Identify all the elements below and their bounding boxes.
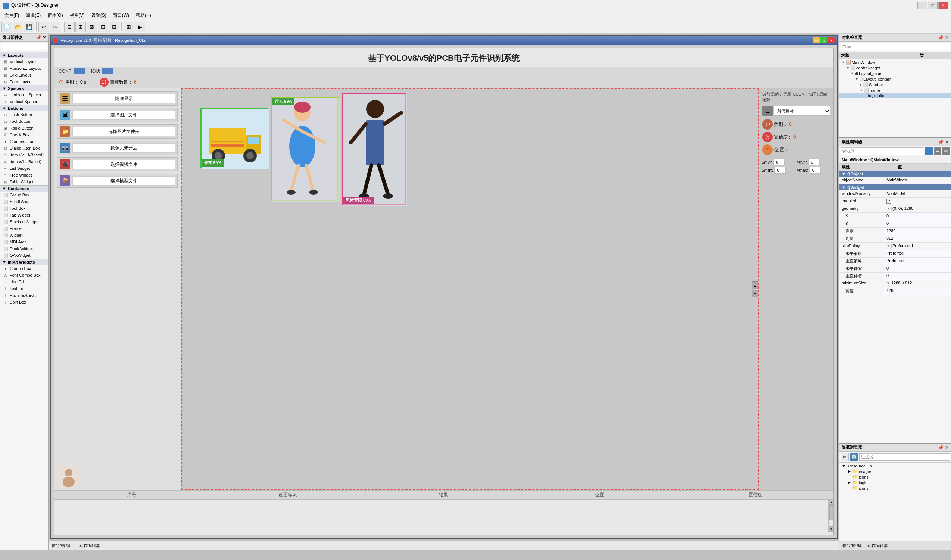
tb-break[interactable]: ⊟ — [109, 22, 119, 32]
widget-mdi-area[interactable]: ⬜ MDI Area — [0, 238, 48, 245]
tree-layout-main[interactable]: ▼ ⊞ Layout_main — [839, 71, 951, 76]
prop-enabled-value[interactable]: ✓ — [884, 198, 951, 205]
inspector-filter-input[interactable] — [840, 43, 950, 51]
scroll-down-button[interactable]: ▼ — [829, 526, 834, 532]
res-item-images[interactable]: ▶ 📁 images — [840, 469, 950, 474]
tb-preview[interactable]: ▶ — [135, 22, 145, 32]
prop-objectname-value[interactable]: MainWindo — [884, 177, 951, 184]
menu-help[interactable]: 帮助(H) — [133, 12, 154, 19]
widget-vertical-spacer[interactable]: ↕ Vertical Spacer — [0, 98, 48, 105]
category-buttons[interactable]: ▼ Buttons — [0, 105, 48, 111]
category-layouts[interactable]: ▼ Layouts — [0, 52, 48, 58]
widget-plain-text-edit[interactable]: T Plain Text Edit — [0, 292, 48, 298]
widget-push-button[interactable]: □ Push Button — [0, 111, 48, 118]
tree-logintitle[interactable]: T loginTitle — [839, 93, 951, 98]
widget-widget[interactable]: ⬜ Widget — [0, 232, 48, 238]
prop-enabled-checkbox[interactable]: ✓ — [886, 199, 891, 204]
tree-sidebar[interactable]: ▶ ⬜ Sidebar — [839, 82, 951, 88]
widget-list-widget[interactable]: ≡ List Widget — [0, 165, 48, 172]
widget-scroll-area[interactable]: ⬜ Scroll Area — [0, 198, 48, 205]
widget-horizon-layout[interactable]: ⊟ Horizon... Layout — [0, 65, 48, 72]
res-item-login-icons[interactable]: 📁 icons — [840, 485, 950, 491]
prop-filter-input[interactable] — [840, 148, 924, 155]
menu-view[interactable]: 视图(V) — [67, 12, 88, 19]
widget-dock-widget[interactable]: ⬜ Dock Widget — [0, 245, 48, 252]
widget-dialog-box[interactable]: □ Dialog ...ton Box — [0, 145, 48, 152]
select-image-button[interactable]: 🖼 选择图片文件 — [57, 108, 178, 122]
widget-radio-button[interactable]: ◉ Radio Button — [0, 125, 48, 131]
select-model-button[interactable]: 📦 选择模型文件 — [57, 174, 178, 188]
inspector-pin-icon[interactable]: 📌 — [938, 35, 943, 40]
widget-stacked-widget[interactable]: ⬜ Stacked Widget — [0, 218, 48, 225]
tb-redo[interactable]: ↪ — [50, 22, 60, 32]
select-folder-button[interactable]: 📁 选择图片文件夹 — [57, 124, 178, 138]
prop-width-value[interactable]: 1280 — [884, 228, 951, 235]
hide-show-button[interactable]: ☰ 隐藏显示 — [57, 91, 178, 106]
res-item-login[interactable]: ▶ 📁 login — [840, 480, 950, 485]
menu-edit[interactable]: 编辑(E) — [23, 12, 44, 19]
prop-filter-remove-button[interactable]: ─ — [934, 148, 941, 155]
tree-centralwidget[interactable]: ▼ ⬜ centralwidget — [839, 65, 951, 71]
prop-minsize-value[interactable]: ▼ 1280 × 812 — [884, 280, 951, 287]
prop-x-value[interactable]: 0 — [884, 213, 951, 220]
resource-browser-close-icon[interactable]: ✕ — [945, 445, 949, 450]
widget-tool-button[interactable]: □ Tool Button — [0, 118, 48, 125]
target-selector[interactable]: 所有目标 — [774, 106, 831, 116]
tree-frame[interactable]: ▼ ⬜ frame — [839, 88, 951, 93]
tree-layout-contain[interactable]: ▼ ⊞ Layout_contain — [839, 76, 951, 82]
tb-new[interactable]: 📄 — [2, 22, 12, 32]
resource-browser-pin-icon[interactable]: 📌 — [938, 445, 943, 450]
res-item-images-icons[interactable]: 📁 icons — [840, 474, 950, 480]
tb-open[interactable]: 📂 — [13, 22, 23, 32]
widget-combo-box[interactable]: ▼ Combo Box — [0, 265, 48, 272]
category-input-widgets[interactable]: ▼ Input Widgets — [0, 259, 48, 265]
prop-hstretch-value[interactable]: 0 — [884, 265, 951, 272]
res-pencil-button[interactable]: ✏ — [840, 453, 849, 461]
close-button[interactable]: ✕ — [938, 2, 948, 9]
widget-tool-box[interactable]: ⬜ Tool Box — [0, 205, 48, 212]
select-video-button[interactable]: 🎬 选择视频文件 — [57, 157, 178, 171]
prop-height-value[interactable]: 812 — [884, 235, 951, 242]
tree-mainwindow[interactable]: ▼ 🪟 MainWindow — [839, 59, 951, 65]
prop-windowmodality-value[interactable]: NonModal — [884, 191, 951, 197]
widget-line-edit[interactable]: ─ Line Edit — [0, 278, 48, 285]
bottom-action-label[interactable]: 动作编辑器 — [867, 543, 888, 548]
prop-hpolicy-value[interactable]: Preferred — [884, 250, 951, 257]
widget-search-input[interactable] — [1, 43, 47, 51]
prop-sizepolicy-value[interactable]: ▼ [Preferred, I — [884, 243, 951, 250]
designer-minimize-button[interactable]: ─ — [813, 37, 820, 43]
prop-filter-edit-button[interactable]: ✏ — [942, 148, 950, 155]
minimize-button[interactable]: ─ — [917, 2, 927, 9]
widget-font-combo-box[interactable]: A Font Combo Box — [0, 272, 48, 278]
menu-form[interactable]: 窗体(O) — [45, 12, 66, 19]
category-spacers[interactable]: ▼ Spacers — [0, 85, 48, 91]
widget-spin-box[interactable]: ↕ Spin Box — [0, 298, 48, 305]
designer-maximize-button[interactable]: □ — [820, 37, 827, 43]
res-item-root[interactable]: ▼ <resource ...> — [840, 463, 950, 469]
tb-adjust[interactable]: ⊞ — [123, 22, 134, 32]
widget-horizon-spacer[interactable]: ↔ Horizon... Spacer — [0, 91, 48, 98]
scroll-up-button[interactable]: ▲ — [829, 500, 834, 505]
widget-frame[interactable]: ⬜ Frame — [0, 225, 48, 232]
widget-group-box[interactable]: ⬜ Group Box — [0, 192, 48, 198]
category-containers[interactable]: ▼ Containers — [0, 185, 48, 192]
widget-vertical-layout[interactable]: ▤ Vertical Layout — [0, 58, 48, 65]
prop-minwidth-value[interactable]: 1280 — [884, 288, 951, 295]
maximize-button[interactable]: □ — [928, 2, 937, 9]
widget-qax-widget[interactable]: ⬜ QAxWidget — [0, 252, 48, 259]
menu-file[interactable]: 文件(F) — [2, 12, 22, 19]
res-reload-button[interactable]: 🔄 — [850, 453, 858, 461]
tb-layout-h[interactable]: ⊟ — [64, 22, 75, 32]
scroll-thumb[interactable] — [829, 506, 833, 520]
table-scrollbar[interactable]: ▲ ▼ — [828, 500, 833, 532]
widget-item-widget-ibased[interactable]: ≡ Item Wi...-Based) — [0, 158, 48, 165]
widget-grid-layout[interactable]: ⊞ Grid Layout — [0, 72, 48, 78]
widget-command-button[interactable]: ▼ Comma...tton — [0, 138, 48, 145]
properties-pin-icon[interactable]: 📌 — [938, 140, 943, 145]
designer-close-button[interactable]: ✕ — [828, 37, 834, 43]
widget-item-view-ibased[interactable]: ≡ Item Vie...I-Based) — [0, 152, 48, 158]
prop-vstretch-value[interactable]: 0 — [884, 272, 951, 280]
prop-group-qwidget[interactable]: ▼ QWidget — [839, 185, 951, 191]
nav-down-arrow[interactable]: ▼ — [752, 290, 758, 297]
prop-filter-add-button[interactable]: + — [925, 148, 933, 155]
